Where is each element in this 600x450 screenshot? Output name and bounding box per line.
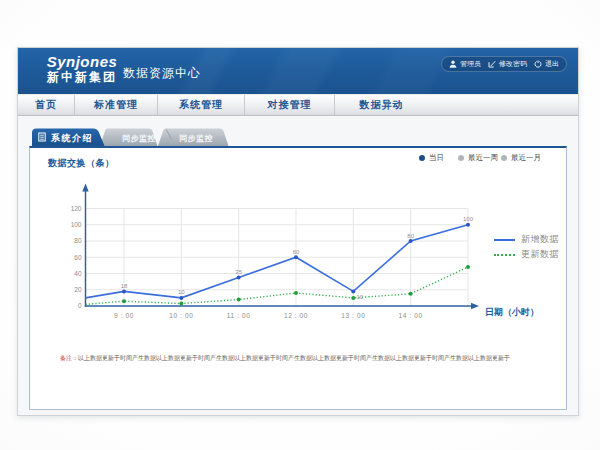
x-axis-arrow (471, 303, 479, 309)
x-tick-label: 11 : 00 (227, 312, 251, 319)
nav-item-standard-management[interactable]: 标准管理 (75, 95, 158, 115)
user-toolbar: 管理员修改密码退出 (441, 56, 567, 72)
y-tick-label: 120 (71, 205, 82, 212)
page-title: 数据资源中心 (123, 48, 201, 94)
series-dot (179, 302, 183, 306)
line-chart: 0204060801001209 : 0010 : 0011 : 0012 : … (30, 150, 566, 410)
power-icon (534, 60, 542, 68)
y-tick-label: 100 (71, 221, 82, 228)
pill-item-label: 退出 (545, 59, 559, 69)
tab-system-intro-icon (38, 132, 46, 142)
app-window: Synjones 新中新集团 数据资源中心 管理员修改密码退出 首页标准管理系统… (17, 47, 579, 416)
y-tick-label: 0 (78, 302, 82, 309)
series-dot (294, 291, 298, 295)
y-tick-label: 40 (74, 270, 82, 277)
data-label: 80 (407, 233, 414, 239)
brand-logo: Synjones 新中新集团 (41, 53, 123, 85)
logout-button[interactable]: 退出 (534, 59, 559, 69)
data-label: 60 (293, 249, 300, 255)
y-tick-label: 80 (74, 237, 82, 244)
x-tick-label: 9 : 00 (114, 312, 134, 319)
data-label: 10 (357, 294, 364, 300)
tab-sync-monitor-2[interactable]: 同步监控 (179, 133, 213, 144)
legend-label: 新增数据 (521, 233, 559, 246)
nav-item-docking-management[interactable]: 对接管理 (245, 95, 335, 115)
series-dot (409, 239, 413, 243)
brand-logo-subtext: 新中新集团 (41, 70, 123, 85)
footnote: 备注：以上数据更新于时间产生数据以上数据更新于时间产生数据以上数据更新于时间产生… (60, 354, 510, 363)
content-panel: 数据交换（条） 当日最近一周最近一月 0204060801001209 : 00… (29, 146, 567, 410)
main-nav: 首页标准管理系统管理对接管理数据异动 (18, 94, 578, 116)
series-dot (237, 298, 241, 302)
x-tick-label: 14 : 00 (399, 312, 423, 319)
chart-legend: 新增数据更新数据 (494, 232, 559, 262)
series-dot (466, 223, 470, 227)
series-dot (237, 276, 241, 280)
y-tick-label: 60 (74, 254, 82, 261)
legend-line-sample (494, 254, 515, 256)
tab-sync-monitor-1[interactable]: 同步监控 (122, 133, 156, 144)
legend-line-sample (494, 239, 515, 241)
data-label: 35 (235, 269, 242, 275)
footnote-label: 备注 (60, 355, 72, 361)
series-dot (294, 255, 298, 259)
tab-system-intro[interactable]: 系统介绍 (50, 132, 94, 145)
series-dot (122, 289, 126, 293)
header: Synjones 新中新集团 数据资源中心 管理员修改密码退出 (18, 48, 578, 94)
x-tick-label: 12 : 00 (284, 312, 308, 319)
change-password-button[interactable]: 修改密码 (488, 59, 527, 69)
y-axis-arrow (82, 184, 88, 192)
chart-x-axis-title: 日期（小时） (485, 306, 539, 319)
series-dot (351, 296, 355, 300)
series-dot (351, 289, 355, 293)
nav-item-data-change[interactable]: 数据异动 (335, 95, 428, 115)
pill-item-label: 修改密码 (499, 59, 527, 69)
legend-item-updated-data[interactable]: 更新数据 (494, 247, 559, 262)
data-label: 100 (463, 216, 474, 222)
series-dot (466, 265, 470, 269)
series-dot (122, 299, 126, 303)
data-label: 18 (121, 283, 128, 289)
y-tick-label: 20 (74, 286, 82, 293)
edit-icon (488, 60, 496, 68)
brand-logo-text: Synjones (41, 53, 123, 70)
legend-label: 更新数据 (521, 248, 559, 261)
user-button[interactable]: 管理员 (449, 59, 481, 69)
x-tick-label: 13 : 00 (341, 312, 365, 319)
footnote-text: 以上数据更新于时间产生数据以上数据更新于时间产生数据以上数据更新于时间产生数据以… (78, 355, 510, 361)
nav-item-system-management[interactable]: 系统管理 (158, 95, 245, 115)
series-dot (409, 292, 413, 296)
legend-item-new-data[interactable]: 新增数据 (494, 232, 559, 247)
data-label: 10 (178, 289, 185, 295)
nav-item-home[interactable]: 首页 (18, 95, 75, 115)
series-dot (179, 296, 183, 300)
user-icon (449, 60, 457, 68)
pill-item-label: 管理员 (460, 59, 481, 69)
x-tick-label: 10 : 00 (169, 312, 193, 319)
